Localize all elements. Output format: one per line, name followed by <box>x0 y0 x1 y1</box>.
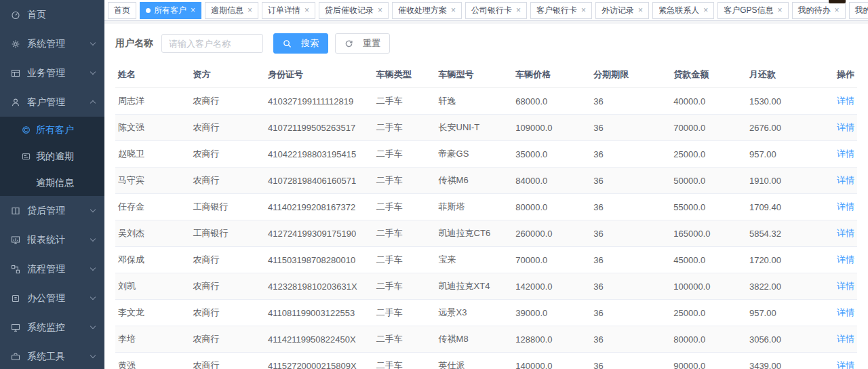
cell-vehicle-type: 二手车 <box>374 353 436 369</box>
cell-vehicle-model: 传祺M8 <box>436 326 513 353</box>
cell-id-number: 41142119950822450X <box>265 326 374 353</box>
sidebar-item-home[interactable]: 首页 <box>0 0 104 29</box>
tab-home[interactable]: 首页 <box>108 2 136 19</box>
column-header: 分期期限 <box>591 62 671 88</box>
search-button-label: 搜索 <box>301 37 319 50</box>
cell-vehicle-model: 轩逸 <box>436 88 513 115</box>
cell-vehicle-model: 远景X3 <box>436 300 513 326</box>
cell-id-number: 41232819810203631X <box>265 273 374 300</box>
sidebar-item-system[interactable]: 系统管理 <box>0 29 104 58</box>
detail-link[interactable]: 详情 <box>837 122 854 132</box>
customer-table: 姓名资方身份证号车辆类型车辆型号车辆价格分期期限贷款金额月还款操作 周志洋农商行… <box>115 62 857 369</box>
search-button[interactable]: 搜索 <box>273 33 328 54</box>
cell-vehicle-model: 凯迪拉克XT4 <box>436 273 513 300</box>
table-row: 李文龙农商行411081199003122553二手车远景X339000.036… <box>115 300 857 326</box>
sidebar-item-process[interactable]: 流程管理 <box>0 254 104 284</box>
close-icon[interactable]: × <box>703 6 708 14</box>
cell-vehicle-price: 140000.0 <box>513 353 591 369</box>
chevron-down-icon <box>90 353 96 358</box>
cell-vehicle-price: 80000.0 <box>513 194 591 220</box>
cell-vehicle-model: 凯迪拉克CT6 <box>436 220 513 247</box>
search-field-label: 用户名称 <box>115 37 153 50</box>
detail-link[interactable]: 详情 <box>837 334 854 344</box>
detail-link[interactable]: 详情 <box>837 175 854 185</box>
sidebar-item-all-customers[interactable]: 所有客户 <box>0 117 104 143</box>
chevron-down-icon <box>90 40 96 45</box>
cell-loan-amount: 70000.0 <box>671 115 747 141</box>
sidebar-item-customer[interactable]: 客户管理 <box>0 88 104 117</box>
cell-name: 马守宾 <box>115 168 190 194</box>
tab-label: 贷后催收记录 <box>325 5 374 16</box>
close-icon[interactable]: × <box>248 6 252 14</box>
cell-action: 详情 <box>827 247 857 273</box>
detail-link[interactable]: 详情 <box>837 307 854 317</box>
close-icon[interactable]: × <box>451 6 456 14</box>
tab-my-process[interactable]: 我的流程× <box>849 2 868 19</box>
tab-overdue-info[interactable]: 逾期信息× <box>205 2 258 19</box>
sidebar-item-office[interactable]: 办公管理 <box>0 284 104 313</box>
sidebar-item-my-overdue[interactable]: 我的逾期 <box>0 143 104 170</box>
cell-term: 36 <box>591 247 671 273</box>
detail-link[interactable]: 详情 <box>837 149 854 159</box>
avatar[interactable] <box>829 0 846 3</box>
detail-link[interactable]: 详情 <box>837 96 854 106</box>
cell-loan-amount: 25000.0 <box>671 141 747 168</box>
cell-funder: 农商行 <box>190 247 264 273</box>
column-header: 贷款金额 <box>671 62 747 88</box>
cell-term: 36 <box>591 220 671 247</box>
tab-collection-plan[interactable]: 催收处理方案× <box>392 2 462 19</box>
tab-customer-gps[interactable]: 客户GPS信息× <box>717 2 788 19</box>
cell-loan-amount: 40000.0 <box>671 88 747 115</box>
sidebar-item-tools[interactable]: 系统工具 <box>0 342 104 369</box>
close-icon[interactable]: × <box>191 6 195 14</box>
cell-loan-amount: 45000.0 <box>671 247 747 273</box>
detail-link[interactable]: 详情 <box>837 281 854 291</box>
cell-vehicle-price: 128800.0 <box>513 326 591 353</box>
cell-monthly-payment: 3056.00 <box>747 326 827 353</box>
sidebar-item-business[interactable]: 业务管理 <box>0 58 104 88</box>
submenu-customer: 所有客户我的逾期逾期信息 <box>0 117 104 196</box>
cell-funder: 农商行 <box>190 273 264 300</box>
cell-name: 黄强 <box>115 353 190 369</box>
detail-link[interactable]: 详情 <box>837 201 854 212</box>
cell-name: 吴刘杰 <box>115 220 190 247</box>
close-icon[interactable]: × <box>835 6 840 14</box>
tab-bar: 首页所有客户×逾期信息×订单详情×贷后催收记录×催收处理方案×公司银行卡×客户银… <box>104 0 868 21</box>
tab-visit-records[interactable]: 外访记录× <box>595 2 649 19</box>
close-icon[interactable]: × <box>777 6 782 14</box>
detail-link[interactable]: 详情 <box>837 254 854 265</box>
tab-order-detail[interactable]: 订单详情× <box>262 2 315 19</box>
tab-all-customers[interactable]: 所有客户× <box>140 2 201 19</box>
chevron-down-icon <box>90 236 96 241</box>
cell-id-number: 412724199309175190 <box>265 220 374 247</box>
cell-vehicle-model: 帝豪GS <box>436 141 513 168</box>
close-icon[interactable]: × <box>638 6 643 14</box>
cell-vehicle-price: 260000.0 <box>513 220 591 247</box>
reset-button[interactable]: 重置 <box>335 33 390 54</box>
cell-name: 刘凯 <box>115 273 190 300</box>
cell-action: 详情 <box>827 115 857 141</box>
close-icon[interactable]: × <box>581 6 586 14</box>
close-icon[interactable]: × <box>516 6 521 14</box>
close-icon[interactable]: × <box>304 6 309 14</box>
tab-company-bank-card[interactable]: 公司银行卡× <box>465 2 527 19</box>
tab-label: 催收处理方案 <box>398 5 447 16</box>
tab-my-todo[interactable]: 我的待办× <box>792 2 846 19</box>
sidebar-item-overdue-info[interactable]: 逾期信息 <box>0 170 104 196</box>
sidebar-item-post-loan[interactable]: 贷后管理 <box>0 196 104 225</box>
tab-collection-records[interactable]: 贷后催收记录× <box>319 2 389 19</box>
cell-term: 36 <box>591 115 671 141</box>
close-icon[interactable]: × <box>378 6 382 14</box>
cell-vehicle-model: 菲斯塔 <box>436 194 513 220</box>
tab-emergency-contacts[interactable]: 紧急联系人× <box>652 2 714 19</box>
detail-link[interactable]: 详情 <box>837 228 854 238</box>
cell-term: 36 <box>591 273 671 300</box>
sidebar-item-reports[interactable]: 报表统计 <box>0 225 104 254</box>
search-input[interactable] <box>161 34 263 53</box>
sidebar-item-monitor[interactable]: 系统监控 <box>0 313 104 342</box>
cell-id-number: 41152720000215809X <box>265 353 374 369</box>
chevron-down-icon <box>90 324 96 329</box>
tab-customer-bank-card[interactable]: 客户银行卡× <box>530 2 592 19</box>
detail-link[interactable]: 详情 <box>837 360 854 369</box>
tab-label: 所有客户 <box>154 5 186 16</box>
